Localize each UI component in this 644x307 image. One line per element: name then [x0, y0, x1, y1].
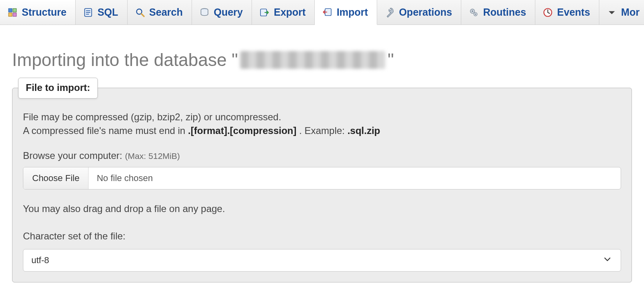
routines-icon: [469, 7, 479, 18]
tab-more[interactable]: Mor: [599, 0, 644, 25]
svg-rect-0: [8, 8, 12, 12]
tab-label: Export: [274, 6, 305, 18]
tab-search[interactable]: Search: [128, 0, 192, 25]
tab-label: Mor: [621, 6, 640, 18]
tab-label: Import: [336, 6, 368, 18]
search-icon: [135, 7, 145, 18]
file-chosen-status[interactable]: No file chosen: [89, 167, 621, 189]
svg-point-15: [472, 10, 473, 12]
tab-label: SQL: [97, 6, 118, 18]
drag-drop-hint: You may also drag and drop a file on any…: [23, 203, 621, 214]
page-body: Importing into the database " " File to …: [0, 25, 644, 282]
tab-sql[interactable]: SQL: [76, 0, 127, 25]
name-rule-example: .sql.zip: [347, 125, 380, 136]
compressed-info-text: File may be compressed (gzip, bzip2, zip…: [23, 111, 621, 123]
tab-events[interactable]: Events: [535, 0, 599, 25]
browse-max: (Max: 512MiB): [125, 151, 180, 161]
structure-icon: [7, 7, 18, 18]
tab-label: Routines: [483, 6, 526, 18]
tab-export[interactable]: Export: [252, 0, 315, 25]
export-icon: [259, 7, 270, 18]
query-icon: [199, 7, 210, 18]
page-title-prefix: Importing into the database ": [12, 50, 238, 70]
svg-rect-2: [8, 13, 12, 16]
svg-point-16: [475, 14, 476, 15]
charset-select[interactable]: utf-8: [23, 249, 621, 272]
file-input-row: Choose File No file chosen: [23, 167, 621, 190]
page-title: Importing into the database " ": [12, 50, 632, 70]
file-to-import-fieldset: File to import: File may be compressed (…: [12, 88, 632, 282]
tab-label: Structure: [22, 6, 66, 18]
operations-icon: [384, 7, 395, 18]
caret-down-icon: [607, 7, 617, 18]
charset-label: Character set of the file:: [23, 231, 621, 242]
name-rule-text: A compressed file's name must end in .[f…: [23, 125, 621, 136]
tab-routines[interactable]: Routines: [461, 0, 535, 25]
svg-rect-1: [13, 8, 17, 12]
tab-import[interactable]: Import: [315, 0, 377, 25]
charset-selected-value: utf-8: [31, 255, 49, 266]
browse-label-line: Browse your computer: (Max: 512MiB): [23, 150, 621, 161]
browse-label: Browse your computer:: [23, 150, 122, 161]
database-name-redacted: [240, 51, 385, 69]
choose-file-button[interactable]: Choose File: [23, 167, 89, 189]
top-tabbar: Structure SQL Search Query Export Import: [0, 0, 644, 25]
tab-query[interactable]: Query: [192, 0, 252, 25]
svg-rect-3: [13, 13, 17, 16]
tab-label: Search: [149, 6, 183, 18]
name-rule-mid: . Example:: [299, 125, 347, 136]
tab-label: Events: [557, 6, 590, 18]
sql-icon: [83, 7, 93, 18]
tab-structure[interactable]: Structure: [0, 0, 76, 25]
name-rule-format: .[format].[compression]: [188, 125, 296, 136]
import-icon: [322, 7, 332, 17]
page-title-suffix: ": [388, 50, 394, 70]
svg-line-9: [141, 14, 144, 16]
events-icon: [543, 7, 553, 18]
tab-label: Operations: [399, 6, 452, 18]
name-rule-pre: A compressed file's name must end in: [23, 125, 188, 136]
chevron-down-icon: [603, 255, 612, 266]
tab-operations[interactable]: Operations: [377, 0, 461, 25]
tab-label: Query: [214, 6, 243, 18]
fieldset-legend: File to import:: [18, 78, 98, 99]
